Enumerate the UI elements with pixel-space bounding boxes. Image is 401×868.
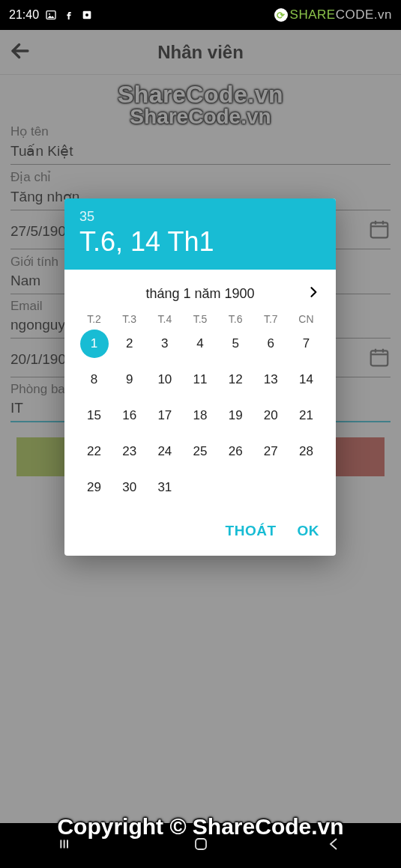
days-grid: 1234567891011121314151617181920212223242… bbox=[76, 330, 324, 502]
day-cell[interactable]: 17 bbox=[147, 401, 182, 430]
day-cell[interactable]: 15 bbox=[76, 401, 112, 430]
day-cell[interactable]: 6 bbox=[253, 330, 289, 358]
home-button[interactable] bbox=[192, 835, 210, 856]
day-cell[interactable]: 19 bbox=[218, 401, 253, 430]
back-system-button[interactable] bbox=[325, 835, 343, 856]
day-cell[interactable]: 29 bbox=[76, 473, 112, 502]
system-nav-bar bbox=[0, 823, 401, 868]
day-cell[interactable]: 12 bbox=[218, 365, 253, 394]
day-cell[interactable]: 31 bbox=[147, 473, 182, 502]
brand-logo: ⟳ SHARECODE.vn bbox=[274, 7, 392, 22]
day-cell[interactable]: 2 bbox=[112, 330, 147, 358]
day-cell[interactable]: 5 bbox=[218, 330, 253, 358]
day-cell[interactable]: 20 bbox=[253, 401, 289, 430]
picker-year[interactable]: 35 bbox=[79, 209, 321, 225]
day-cell[interactable]: 7 bbox=[289, 330, 324, 358]
day-cell[interactable]: 14 bbox=[289, 365, 324, 394]
day-cell[interactable]: 26 bbox=[218, 437, 253, 466]
day-cell[interactable]: 11 bbox=[182, 365, 217, 394]
sharecode-badge-icon: ⟳ bbox=[274, 8, 288, 22]
picker-month-label: tháng 1 năm 1900 bbox=[145, 286, 254, 302]
status-time: 21:40 bbox=[9, 8, 39, 22]
weekday-cell: T.7 bbox=[253, 313, 289, 325]
day-cell[interactable]: 25 bbox=[182, 437, 217, 466]
day-cell[interactable]: 30 bbox=[112, 473, 147, 502]
facebook-icon bbox=[63, 9, 75, 21]
day-cell[interactable]: 13 bbox=[253, 365, 289, 394]
day-cell[interactable]: 9 bbox=[112, 365, 147, 394]
svg-rect-6 bbox=[196, 839, 206, 849]
cancel-button[interactable]: THOÁT bbox=[226, 523, 277, 539]
day-cell[interactable]: 1 bbox=[76, 330, 112, 358]
weekday-cell: T.6 bbox=[218, 313, 253, 325]
svg-point-3 bbox=[85, 13, 88, 16]
day-cell[interactable]: 8 bbox=[76, 365, 112, 394]
day-cell[interactable]: 24 bbox=[147, 437, 182, 466]
next-month-button[interactable] bbox=[306, 285, 321, 303]
ok-button[interactable]: OK bbox=[298, 523, 320, 539]
image-icon bbox=[45, 9, 57, 21]
day-cell[interactable]: 22 bbox=[76, 437, 112, 466]
day-cell[interactable]: 18 bbox=[182, 401, 217, 430]
day-cell[interactable]: 23 bbox=[112, 437, 147, 466]
day-cell[interactable]: 27 bbox=[253, 437, 289, 466]
weekday-cell: T.5 bbox=[182, 313, 217, 325]
recents-button[interactable] bbox=[58, 834, 77, 857]
day-cell[interactable]: 3 bbox=[147, 330, 182, 358]
day-cell[interactable]: 16 bbox=[112, 401, 147, 430]
day-cell[interactable]: 28 bbox=[289, 437, 324, 466]
weekday-cell: T.4 bbox=[147, 313, 182, 325]
status-bar: 21:40 ⟳ SHARECODE.vn bbox=[0, 0, 401, 30]
weekday-cell: CN bbox=[289, 313, 324, 325]
weekday-cell: T.2 bbox=[76, 313, 112, 325]
day-cell[interactable]: 21 bbox=[289, 401, 324, 430]
app-icon bbox=[81, 9, 93, 21]
date-picker-dialog: 35 T.6, 14 Th1 tháng 1 năm 1900 T.2T.3T.… bbox=[64, 198, 336, 556]
svg-point-1 bbox=[49, 13, 50, 15]
weekday-header: T.2T.3T.4T.5T.6T.7CN bbox=[76, 313, 324, 325]
day-cell[interactable]: 10 bbox=[147, 365, 182, 394]
weekday-cell: T.3 bbox=[112, 313, 147, 325]
picker-headline[interactable]: T.6, 14 Th1 bbox=[79, 226, 321, 258]
picker-header: 35 T.6, 14 Th1 bbox=[64, 198, 336, 270]
day-cell[interactable]: 4 bbox=[182, 330, 217, 358]
